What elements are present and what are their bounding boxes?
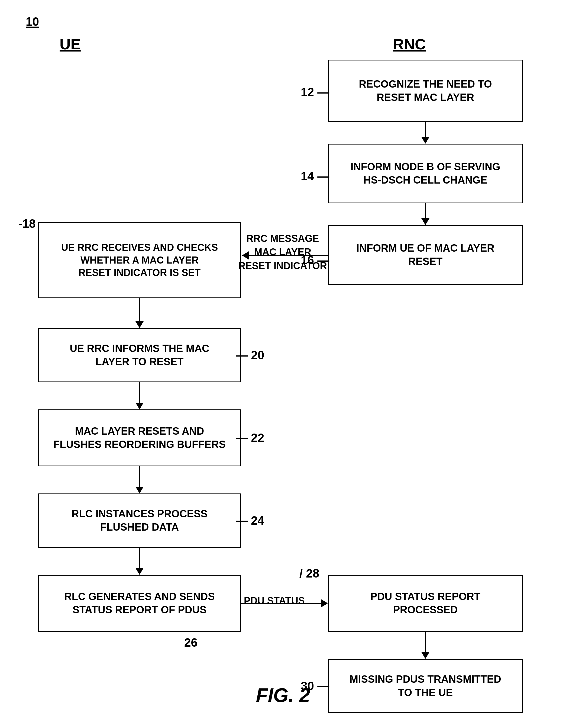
box-inform-ue-reset: INFORM UE OF MAC LAYERRESET [328, 225, 523, 285]
ref-num-20: — 20 [236, 348, 264, 362]
svg-marker-17 [421, 652, 429, 659]
ue-column-label: UE [60, 35, 81, 53]
ref-num-24: — 24 [236, 514, 264, 527]
ref-num-28: / 28 [299, 567, 319, 580]
svg-marker-15 [321, 599, 328, 607]
pdu-status-label: PDU STATUS [244, 595, 305, 607]
ref-num-18: -18 [18, 217, 36, 230]
rrc-message-label: RRC MESSAGEMAC LAYERRESET INDICATOR [239, 232, 327, 273]
box-ue-rrc-receives: UE RRC RECEIVES AND CHECKSWHETHER A MAC … [38, 222, 241, 298]
ref-num-26: 26 [184, 636, 198, 649]
box-missing-pdus: MISSING PDUS TRANSMITTEDTO THE UE [328, 659, 523, 713]
box-pdu-status-report: PDU STATUS REPORTPROCESSED [328, 575, 523, 632]
box-ue-rrc-informs: UE RRC INFORMS THE MACLAYER TO RESET [38, 328, 241, 382]
svg-marker-3 [421, 218, 429, 225]
box-rlc-process: RLC INSTANCES PROCESSFLUSHED DATA [38, 493, 241, 548]
figure-label: FIG. 2 [256, 684, 310, 706]
rnc-column-label: RNC [393, 35, 426, 53]
svg-marker-9 [136, 403, 144, 409]
svg-marker-1 [421, 137, 429, 144]
svg-marker-11 [136, 487, 144, 493]
box-recognize-reset: RECOGNIZE THE NEED TORESET MAC LAYER [328, 60, 523, 122]
ref-num-10: 10 [26, 15, 39, 28]
ref-num-12: 12 — [301, 85, 329, 99]
box-inform-node-b: INFORM NODE B OF SERVINGHS-DSCH CELL CHA… [328, 144, 523, 203]
svg-marker-7 [136, 321, 144, 328]
svg-marker-13 [136, 568, 144, 575]
box-mac-layer-resets: MAC LAYER RESETS ANDFLUSHES REORDERING B… [38, 409, 241, 466]
ref-num-14: 14 — [301, 169, 329, 183]
ref-num-22: — 22 [236, 431, 264, 445]
box-rlc-generates: RLC GENERATES AND SENDSSTATUS REPORT OF … [38, 575, 241, 632]
diagram-container: UE RNC RECOGNIZE THE NEED TORESET MAC LA… [0, 0, 566, 728]
